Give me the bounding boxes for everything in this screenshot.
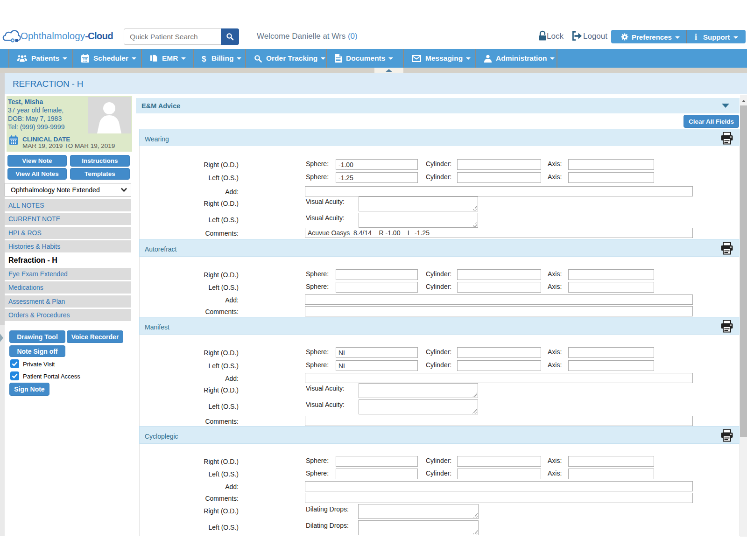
svg-text:$: $ [202, 54, 206, 63]
